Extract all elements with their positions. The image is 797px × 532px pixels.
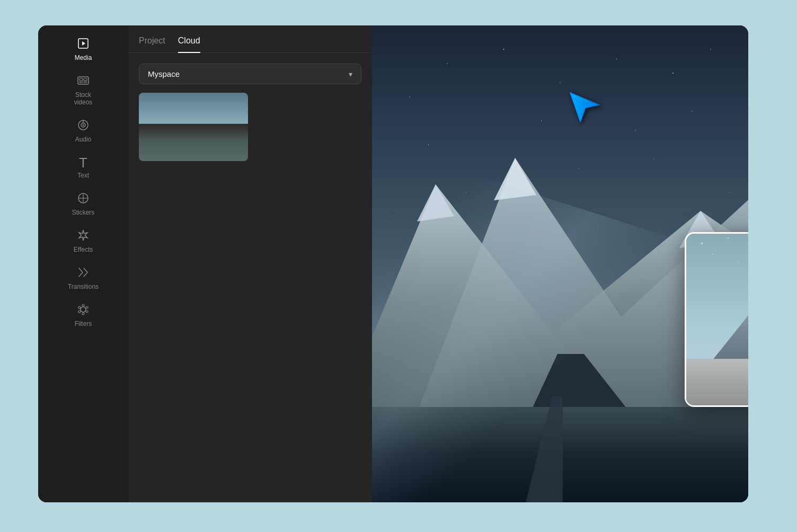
sidebar-item-stickers[interactable]: Stickers bbox=[38, 185, 128, 223]
sidebar-label-text: Text bbox=[77, 172, 89, 179]
svg-point-40 bbox=[712, 253, 713, 254]
effects-icon bbox=[77, 229, 90, 244]
svg-point-15 bbox=[82, 304, 84, 306]
svg-marker-1 bbox=[82, 41, 85, 46]
transitions-icon bbox=[77, 266, 90, 281]
filters-icon bbox=[77, 303, 90, 318]
svg-point-14 bbox=[81, 307, 86, 312]
sidebar-label-stickers: Stickers bbox=[72, 209, 95, 216]
svg-point-19 bbox=[78, 311, 81, 313]
audio-icon bbox=[77, 119, 90, 134]
svg-point-30 bbox=[702, 243, 703, 244]
svg-marker-61 bbox=[570, 92, 600, 122]
tab-cloud[interactable]: Cloud bbox=[178, 36, 200, 53]
svg-rect-4 bbox=[84, 78, 87, 81]
preview-card-bg bbox=[686, 234, 748, 405]
cursor-svg bbox=[565, 88, 603, 125]
text-icon: T bbox=[79, 156, 87, 170]
app-window: Media Stock videos bbox=[38, 25, 748, 502]
svg-point-18 bbox=[82, 313, 84, 315]
svg-point-31 bbox=[728, 238, 729, 239]
media-icon bbox=[77, 37, 90, 52]
tab-bar: Project Cloud bbox=[128, 25, 372, 53]
sidebar-item-effects[interactable]: Effects bbox=[38, 223, 128, 260]
dropdown-value: Myspace bbox=[148, 69, 180, 78]
svg-point-9 bbox=[83, 125, 84, 126]
sidebar-item-text[interactable]: T Text bbox=[38, 149, 128, 185]
sidebar-item-stock-videos[interactable]: Stock videos bbox=[38, 68, 128, 112]
sidebar: Media Stock videos bbox=[38, 25, 128, 502]
svg-point-17 bbox=[86, 311, 88, 313]
sidebar-label-transitions: Transitions bbox=[68, 283, 99, 290]
sidebar-label-stock: Stock videos bbox=[74, 91, 93, 106]
sidebar-item-filters[interactable]: Filters bbox=[38, 297, 128, 334]
preview-mountains-svg bbox=[686, 234, 748, 405]
mountain-image bbox=[139, 93, 248, 161]
sidebar-item-audio[interactable]: Audio bbox=[38, 112, 128, 149]
svg-rect-5 bbox=[79, 82, 83, 83]
svg-rect-3 bbox=[79, 78, 83, 81]
svg-point-20 bbox=[78, 306, 81, 308]
svg-rect-6 bbox=[84, 82, 87, 83]
svg-point-16 bbox=[86, 306, 88, 308]
svg-point-45 bbox=[738, 261, 739, 262]
media-thumbnail-1[interactable] bbox=[139, 93, 248, 161]
media-grid bbox=[139, 93, 361, 161]
sidebar-label-audio: Audio bbox=[75, 136, 92, 143]
sidebar-label-filters: Filters bbox=[75, 320, 92, 327]
svg-rect-54 bbox=[686, 359, 748, 405]
cloud-source-dropdown[interactable]: Myspace ▾ bbox=[139, 64, 361, 84]
stock-videos-icon bbox=[77, 74, 90, 89]
tab-project[interactable]: Project bbox=[139, 36, 165, 53]
media-panel: Project Cloud Myspace ▾ bbox=[128, 25, 372, 502]
sidebar-label-media: Media bbox=[75, 54, 92, 61]
sidebar-item-transitions[interactable]: Transitions bbox=[38, 260, 128, 297]
stickers-icon bbox=[77, 192, 90, 207]
sidebar-label-effects: Effects bbox=[74, 246, 93, 253]
preview-card bbox=[685, 232, 748, 407]
sidebar-item-media[interactable]: Media bbox=[38, 31, 128, 68]
chevron-down-icon: ▾ bbox=[349, 70, 352, 78]
panel-content: Myspace ▾ bbox=[128, 53, 372, 502]
preview-area bbox=[372, 25, 748, 502]
